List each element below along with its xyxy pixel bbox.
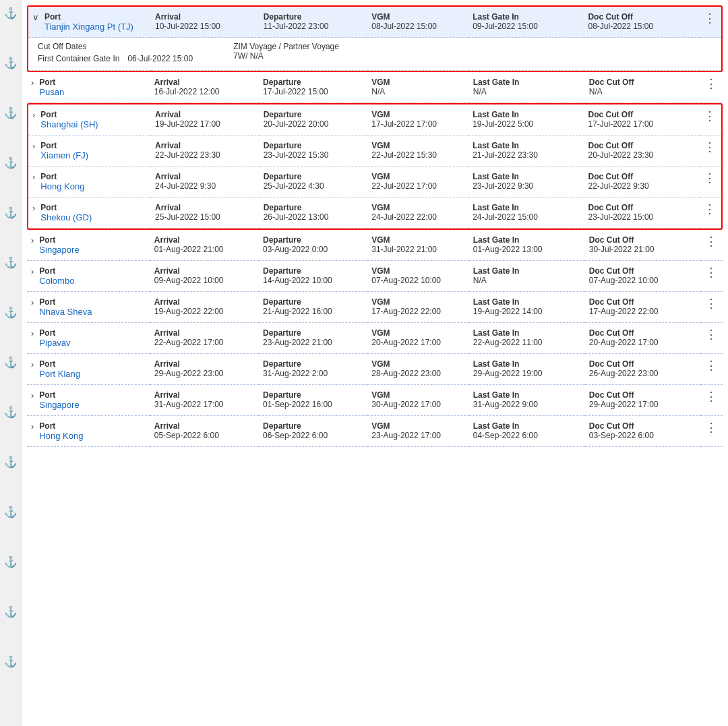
expand-button[interactable]: › [32, 141, 38, 151]
lastgatein-col-header: Last Gate In [473, 359, 581, 369]
departure-date: 23-Jul-2022 15:30 [264, 150, 364, 160]
doccut-date: 08-Jul-2022 15:00 [588, 22, 695, 31]
vgm-date: 22-Jul-2022 17:00 [371, 181, 464, 191]
expand-button[interactable]: › [31, 78, 36, 88]
section-remaining-table: › Port Singapore Arrival 01-Aug-2022 21:… [27, 230, 723, 447]
port-col-header: Port [40, 110, 98, 119]
more-options-button[interactable]: ⋮ [705, 297, 717, 309]
anchor-icon-7[interactable]: ⚓ [4, 306, 18, 319]
port-name: Singapore [39, 245, 79, 255]
doccut-col-header: Doc Cut Off [589, 359, 697, 369]
vgm-col-header: VGM [371, 110, 464, 119]
more-options-button[interactable]: ⋮ [704, 172, 716, 184]
vgm-col-header: VGM [371, 328, 465, 338]
arrival-col-header: Arrival [155, 12, 255, 22]
departure-date: 21-Aug-2022 16:00 [263, 307, 363, 316]
doccut-date: 23-Jul-2022 15:00 [588, 212, 696, 222]
vgm-date: 20-Aug-2022 17:00 [371, 338, 465, 347]
arrival-date: 31-Aug-2022 17:00 [154, 400, 255, 409]
zim-voyage-label: ZIM Voyage / Partner Voyage [233, 42, 339, 51]
vgm-col-header: VGM [371, 266, 465, 276]
lastgatein-col-header: Last Gate In [473, 172, 580, 181]
anchor-icon-4[interactable]: ⚓ [4, 156, 18, 169]
anchor-icon-10[interactable]: ⚓ [4, 456, 18, 468]
port-col-header: Port [39, 266, 74, 276]
cutoff-dates-label: Cut Off Dates [38, 42, 193, 51]
anchor-icon-5[interactable]: ⚓ [4, 206, 18, 219]
more-options-button[interactable]: ⋮ [705, 421, 717, 433]
more-options-button[interactable]: ⋮ [704, 12, 716, 24]
anchor-icon-6[interactable]: ⚓ [4, 256, 18, 269]
arrival-col-header: Arrival [154, 266, 255, 276]
expand-button[interactable]: › [32, 172, 38, 182]
anchor-icon-12[interactable]: ⚓ [4, 555, 18, 568]
more-options-button[interactable]: ⋮ [705, 390, 717, 402]
lastgatein-col-header: Last Gate In [473, 297, 581, 307]
arrival-date: 10-Jul-2022 15:00 [155, 22, 255, 31]
table-row: › Port Nhava Sheva Arrival 19-Aug-2022 2… [27, 292, 723, 323]
doccut-col-header: Doc Cut Off [589, 78, 697, 87]
lastgatein-date: N/A [473, 276, 581, 285]
departure-col-header: Departure [263, 235, 363, 245]
departure-col-header: Departure [264, 172, 364, 181]
more-options-button[interactable]: ⋮ [705, 266, 717, 278]
port-col-header: Port [39, 390, 79, 400]
expand-button[interactable]: › [31, 359, 36, 369]
anchor-icon-14[interactable]: ⚓ [4, 655, 18, 668]
port-name: Pipavav [39, 338, 70, 348]
expand-button[interactable]: › [31, 266, 36, 276]
arrival-date: 29-Aug-2022 23:00 [154, 369, 255, 378]
anchor-icon-13[interactable]: ⚓ [4, 605, 18, 618]
port-name: Hong Kong [40, 181, 84, 191]
arrival-col-header: Arrival [155, 172, 255, 181]
doccut-date: 07-Aug-2022 10:00 [589, 276, 697, 285]
table-row: › Port Pusan Arrival 16-Jul-2022 12:00 D… [27, 72, 723, 103]
collapse-button[interactable]: ∨ [32, 12, 42, 22]
anchor-icon-1[interactable]: ⚓ [4, 7, 18, 20]
arrival-date: 22-Aug-2022 17:00 [154, 338, 255, 347]
more-options-button[interactable]: ⋮ [704, 141, 716, 153]
anchor-icon-11[interactable]: ⚓ [4, 506, 18, 518]
departure-col-header: Departure [263, 390, 363, 400]
more-options-button[interactable]: ⋮ [704, 203, 716, 215]
arrival-col-header: Arrival [155, 203, 255, 212]
vgm-date: 30-Aug-2022 17:00 [371, 400, 465, 409]
anchor-icon-2[interactable]: ⚓ [4, 57, 18, 69]
port-col-header: Port [39, 297, 92, 307]
expand-button[interactable]: › [32, 203, 38, 213]
lastgatein-col-header: Last Gate In [473, 266, 581, 276]
lastgatein-date: 19-Jul-2022 5:00 [473, 119, 580, 129]
vgm-date: 31-Jul-2022 21:00 [371, 245, 465, 254]
expand-button[interactable]: › [32, 110, 38, 120]
china-ports-table: › Port Shanghai (SH) Arrival 19-Jul-2022… [28, 104, 721, 229]
anchor-icon-9[interactable]: ⚓ [4, 406, 18, 419]
doccut-col-header: Doc Cut Off [588, 203, 696, 212]
port-name: Shanghai (SH) [40, 119, 98, 129]
vgm-col-header: VGM [371, 235, 465, 245]
lastgatein-date: 22-Aug-2022 11:00 [473, 338, 581, 347]
expand-button[interactable]: › [31, 328, 36, 338]
port-col-header: Port [39, 359, 80, 369]
table-row: › Port Singapore Arrival 01-Aug-2022 21:… [27, 230, 723, 261]
expand-button[interactable]: › [31, 235, 36, 245]
more-options-button[interactable]: ⋮ [704, 110, 716, 122]
more-options-button[interactable]: ⋮ [705, 78, 717, 90]
more-options-button[interactable]: ⋮ [705, 328, 717, 340]
lastgatein-date: 21-Jul-2022 23:30 [473, 150, 580, 160]
vgm-date: 24-Jul-2022 22:00 [371, 212, 464, 222]
anchor-icon-3[interactable]: ⚓ [4, 107, 18, 119]
anchor-icon-8[interactable]: ⚓ [4, 356, 18, 369]
more-options-button[interactable]: ⋮ [705, 359, 717, 371]
expand-button[interactable]: › [31, 390, 36, 400]
expand-button[interactable]: › [31, 297, 36, 307]
port-name: Colombo [39, 276, 74, 286]
lastgatein-col-header: Last Gate In [473, 12, 580, 22]
doccut-date: 17-Aug-2022 22:00 [589, 307, 697, 316]
table-row: › Port Singapore Arrival 31-Aug-2022 17:… [27, 385, 723, 416]
vgm-col-header: VGM [371, 172, 464, 181]
departure-date: 14-Aug-2022 10:00 [263, 276, 363, 285]
more-options-button[interactable]: ⋮ [705, 235, 717, 247]
expand-button[interactable]: › [31, 421, 36, 431]
port-col-header: Port [39, 421, 83, 431]
departure-date: 03-Aug-2022 0:00 [263, 245, 363, 254]
